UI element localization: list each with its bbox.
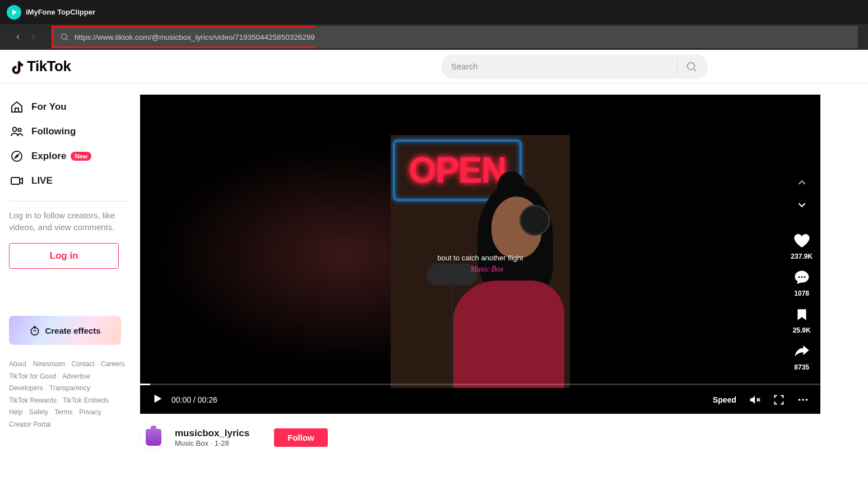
- footer-links: About Newsroom Contact Careers TikTok fo…: [9, 358, 130, 431]
- sidebar-item-live[interactable]: LIVE: [9, 169, 130, 193]
- svg-marker-7: [15, 155, 18, 158]
- author-row: musicbox_lyrics Music Box · 1-28 Follow: [140, 414, 820, 461]
- footer-link[interactable]: Safety: [29, 408, 48, 416]
- svg-point-0: [62, 34, 67, 39]
- svg-point-2: [688, 62, 695, 69]
- svg-point-6: [12, 151, 22, 161]
- footer-link[interactable]: Transparency: [49, 384, 90, 392]
- more-button[interactable]: [797, 394, 809, 406]
- author-username[interactable]: musicbox_lyrics: [175, 428, 249, 439]
- people-icon: [9, 125, 25, 138]
- tiktok-logo[interactable]: TikTok: [9, 58, 71, 75]
- mute-button[interactable]: [749, 394, 761, 406]
- svg-point-17: [806, 399, 808, 401]
- share-icon: [793, 343, 810, 360]
- like-button[interactable]: 237.9K: [791, 231, 813, 260]
- author-subtext: Music Box · 1-28: [175, 439, 249, 447]
- app-title: iMyFone TopClipper: [26, 8, 95, 16]
- follow-button[interactable]: Follow: [274, 428, 328, 447]
- effects-icon: [29, 325, 40, 336]
- video-caption: bout to catch another flight: [437, 254, 523, 262]
- progress-bar[interactable]: [140, 384, 820, 385]
- footer-link[interactable]: Terms: [54, 408, 73, 416]
- footer-link[interactable]: Help: [9, 408, 23, 416]
- svg-point-5: [18, 128, 21, 132]
- tiktok-search-bar[interactable]: [441, 54, 708, 79]
- nav-back-button[interactable]: [10, 29, 26, 45]
- footer-link[interactable]: Careers: [101, 360, 125, 368]
- url-text: https://www.tiktok.com/@musicbox_lyrics/…: [75, 33, 315, 41]
- more-icon: [797, 394, 809, 406]
- svg-point-9: [798, 276, 800, 278]
- heart-icon: [793, 232, 811, 250]
- create-effects-button[interactable]: Create effects: [9, 316, 121, 345]
- address-bar-row: https://www.tiktok.com/@musicbox_lyrics/…: [0, 24, 868, 50]
- svg-point-11: [804, 276, 805, 278]
- footer-link[interactable]: TikTok Rewards: [9, 396, 57, 404]
- author-avatar[interactable]: [140, 424, 167, 451]
- sidebar-label: Following: [31, 126, 76, 137]
- search-divider: [677, 59, 677, 74]
- footer-link[interactable]: TikTok Embeds: [63, 396, 109, 404]
- comment-icon: [793, 269, 810, 286]
- footer-link[interactable]: Privacy: [79, 408, 101, 416]
- speed-button[interactable]: Speed: [713, 395, 736, 404]
- svg-marker-12: [155, 395, 162, 403]
- sidebar-divider: [9, 201, 130, 202]
- tiktok-header: TikTok: [0, 50, 868, 83]
- share-button[interactable]: 8735: [792, 342, 811, 371]
- like-count: 237.9K: [791, 253, 813, 260]
- sidebar-item-following[interactable]: Following: [9, 119, 130, 144]
- progress-fill: [140, 384, 150, 385]
- home-icon: [9, 100, 25, 114]
- create-effects-label: Create effects: [45, 326, 100, 335]
- next-video-button[interactable]: [796, 199, 808, 213]
- url-bar[interactable]: https://www.tiktok.com/@musicbox_lyrics/…: [52, 26, 317, 48]
- content-area: OPEN bout to catch another flight Music …: [134, 83, 868, 481]
- play-icon: [151, 393, 164, 405]
- new-badge: New: [71, 152, 91, 161]
- volume-muted-icon: [749, 394, 761, 406]
- save-button[interactable]: 25.9K: [792, 305, 811, 334]
- svg-line-3: [694, 69, 696, 71]
- sidebar-label: Explore: [31, 151, 66, 162]
- share-count: 8735: [794, 363, 809, 371]
- footer-link[interactable]: Contact: [71, 360, 94, 368]
- live-icon: [9, 174, 25, 188]
- bookmark-icon: [795, 307, 809, 322]
- fullscreen-button[interactable]: [773, 394, 785, 405]
- video-actions-rail: 237.9K 1078 25.9K 8735: [791, 176, 813, 371]
- footer-link[interactable]: Developers: [9, 384, 43, 392]
- footer-link[interactable]: About: [9, 360, 26, 368]
- search-input[interactable]: [451, 62, 669, 71]
- url-bar-extension[interactable]: [315, 26, 858, 48]
- prev-video-button[interactable]: [796, 176, 808, 191]
- footer-link[interactable]: Creator Portal: [9, 421, 51, 428]
- footer-link[interactable]: Advertise: [62, 372, 90, 380]
- svg-line-1: [66, 39, 68, 40]
- sidebar-item-explore[interactable]: Explore New: [9, 144, 130, 169]
- video-player[interactable]: OPEN bout to catch another flight Music …: [140, 95, 820, 414]
- footer-link[interactable]: TikTok for Good: [9, 372, 56, 380]
- video-frame: OPEN bout to catch another flight Music …: [391, 135, 570, 388]
- tiktok-note-icon: [9, 59, 25, 74]
- app-title-bar: iMyFone TopClipper: [0, 0, 868, 24]
- play-button[interactable]: [151, 393, 164, 407]
- search-icon: [60, 32, 69, 41]
- nav-forward-button[interactable]: [26, 29, 41, 45]
- video-controls: 00:00 / 00:26 Speed: [140, 386, 820, 414]
- footer-link[interactable]: Newsroom: [33, 360, 65, 368]
- tiktok-brand-text: TikTok: [27, 58, 71, 75]
- time-display: 00:00 / 00:26: [171, 395, 217, 404]
- compass-icon: [9, 150, 25, 163]
- sidebar: For You Following Explore New LIVE Log i…: [0, 83, 134, 481]
- search-icon[interactable]: [685, 60, 698, 73]
- comment-button[interactable]: 1078: [792, 268, 811, 297]
- video-watermark: Music Box: [470, 265, 503, 274]
- sidebar-item-for-you[interactable]: For You: [9, 95, 130, 119]
- login-button[interactable]: Log in: [9, 243, 119, 269]
- svg-point-16: [802, 399, 804, 401]
- svg-rect-8: [11, 178, 20, 184]
- save-count: 25.9K: [793, 326, 811, 334]
- app-logo-icon: [7, 5, 21, 20]
